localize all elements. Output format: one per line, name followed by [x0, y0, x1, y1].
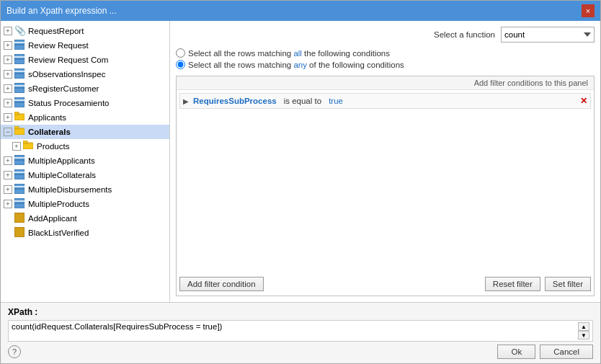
folder-icon [14, 126, 26, 138]
tree-label: BlackListVerified [28, 228, 89, 237]
tree-item-sregistercustomer[interactable]: + sRegisterCustomer [1, 81, 169, 96]
ok-button[interactable]: Ok [497, 345, 535, 359]
expand-icon[interactable]: + [4, 27, 12, 35]
folder-icon [23, 141, 35, 152]
table-icon [14, 97, 26, 109]
main-content: + 📎 RequestReport + Review Request + Rev… [1, 21, 600, 302]
tree-panel[interactable]: + 📎 RequestReport + Review Request + Rev… [1, 21, 170, 302]
tree-item-multipledisbursements[interactable]: + MultipleDisbursements [1, 182, 169, 197]
tree-label: Status Procesamiento [28, 99, 110, 107]
filter-panel-header: Add filter conditions to this panel [177, 76, 594, 90]
table-icon [14, 68, 26, 80]
table-icon [14, 54, 26, 66]
expand-icon[interactable]: + [4, 70, 12, 79]
tree-item-sobservations[interactable]: + sObservationsInspec [1, 67, 169, 81]
close-button[interactable]: × [582, 4, 595, 17]
ok-cancel-group: Ok Cancel [497, 345, 593, 359]
tree-label: Applicants [28, 113, 66, 122]
xpath-value: count(idRequest.Collaterals[RequiresSubP… [12, 322, 575, 331]
table-icon [14, 198, 26, 210]
radio-all[interactable] [176, 48, 185, 58]
tree-item-reviewrequest[interactable]: + Review Request [1, 38, 169, 53]
title-bar: Build an Xpath expression ... × [1, 1, 600, 21]
filter-panel: Add filter conditions to this panel ▶ Re… [176, 76, 595, 296]
link-icon [14, 213, 26, 224]
expand-icon[interactable]: + [4, 84, 12, 93]
filter-value: true [329, 97, 580, 105]
tree-item-products[interactable]: + Products [1, 139, 169, 154]
delete-filter-icon[interactable]: ✕ [580, 96, 587, 106]
tree-label: Review Request Com [28, 56, 108, 64]
bottom-panel: XPath : count(idRequest.Collaterals[Requ… [1, 302, 600, 363]
xpath-spin-down[interactable]: ▼ [578, 331, 589, 339]
tree-item-blacklistverified[interactable]: BlackListVerified [1, 226, 169, 240]
expand-icon[interactable]: + [4, 56, 12, 64]
xpath-row: XPath : [8, 307, 593, 317]
tree-item-multipleapplicants[interactable]: + MultipleApplicants [1, 154, 169, 168]
svg-rect-18 [14, 126, 19, 129]
dialog-title: Build an Xpath expression ... [6, 6, 117, 16]
table-icon [14, 155, 26, 167]
table-icon [14, 40, 26, 51]
dialog: Build an Xpath expression ... × + 📎 Requ… [0, 0, 601, 364]
expand-icon[interactable]: + [4, 99, 12, 107]
tree-item-addapplicant[interactable]: AddApplicant [1, 211, 169, 226]
tree-label: sObservationsInspec [28, 70, 105, 79]
tree-item-status[interactable]: + Status Procesamiento [1, 96, 169, 110]
paperclip-icon: 📎 [14, 25, 26, 37]
btn-group: Reset filter Set filter [485, 277, 591, 291]
svg-rect-34 [14, 227, 25, 237]
expand-icon[interactable]: + [4, 185, 12, 194]
help-icon[interactable]: ? [8, 345, 21, 358]
add-filter-button[interactable]: Add filter condition [179, 277, 264, 291]
xpath-spin-up[interactable]: ▲ [578, 322, 589, 331]
tree-label: RequestReport [28, 27, 84, 35]
table-icon [14, 184, 26, 195]
radio-any-label: Select all the rows matching any of the … [188, 61, 404, 69]
function-row: Select a function count sum avg min max [176, 27, 595, 43]
filter-actions: Add filter condition Reset filter Set fi… [177, 272, 594, 296]
svg-rect-33 [14, 213, 25, 223]
tree-label: Review Request [28, 41, 89, 50]
cancel-button[interactable]: Cancel [540, 345, 593, 359]
expand-icon[interactable]: + [4, 156, 12, 165]
expand-icon[interactable]: − [4, 128, 12, 136]
expand-icon[interactable]: + [4, 171, 12, 179]
tree-label: MultipleApplicants [28, 156, 95, 165]
xpath-spinners: ▲ ▼ [578, 322, 589, 339]
set-filter-button[interactable]: Set filter [545, 277, 591, 291]
radio-option-any[interactable]: Select all the rows matching any of the … [176, 60, 595, 69]
tree-item-collaterals[interactable]: − Collaterals [1, 125, 169, 139]
tree-item-applicants[interactable]: + Applicants [1, 110, 169, 125]
radio-any[interactable] [176, 60, 185, 69]
radio-option-all[interactable]: Select all the rows matching all the fol… [176, 48, 595, 58]
svg-rect-16 [14, 112, 19, 115]
tree-label: MultipleDisbursements [28, 185, 112, 194]
expand-icon[interactable]: + [12, 142, 21, 151]
tree-item-requestreport[interactable]: + 📎 RequestReport [1, 24, 169, 38]
filter-row[interactable]: ▶ RequiresSubProcess is equal to true ✕ [179, 93, 591, 109]
expand-icon[interactable]: + [4, 200, 12, 208]
table-icon [14, 169, 26, 181]
filter-operator: is equal to [284, 97, 321, 105]
radio-row: Select all the rows matching all the fol… [176, 48, 595, 71]
tree-item-multiplecollaterals[interactable]: + MultipleCollaterals [1, 168, 169, 182]
tree-label: sRegisterCustomer [28, 84, 99, 93]
right-panel: Select a function count sum avg min max [170, 21, 600, 302]
tree-item-reviewrequestcom[interactable]: + Review Request Com [1, 53, 169, 67]
link-icon [14, 227, 26, 239]
reset-filter-button[interactable]: Reset filter [485, 277, 540, 291]
filter-rows: ▶ RequiresSubProcess is equal to true ✕ [177, 90, 594, 272]
expand-icon[interactable]: + [4, 41, 12, 50]
xpath-input-area[interactable]: count(idRequest.Collaterals[RequiresSubP… [8, 320, 593, 342]
tree-label: MultipleCollaterals [28, 171, 96, 179]
tree-item-multipleproducts[interactable]: + MultipleProducts [1, 197, 169, 211]
tree-label-collaterals: Collaterals [28, 128, 71, 136]
bottom-buttons-row: ? Ok Cancel [8, 345, 593, 359]
radio-all-label: Select all the rows matching all the fol… [188, 49, 390, 58]
highlight-any: any [293, 61, 307, 69]
tree-label: AddApplicant [28, 214, 77, 223]
svg-rect-20 [23, 141, 27, 143]
function-select[interactable]: count sum avg min max [501, 27, 595, 43]
expand-icon[interactable]: + [4, 113, 12, 122]
